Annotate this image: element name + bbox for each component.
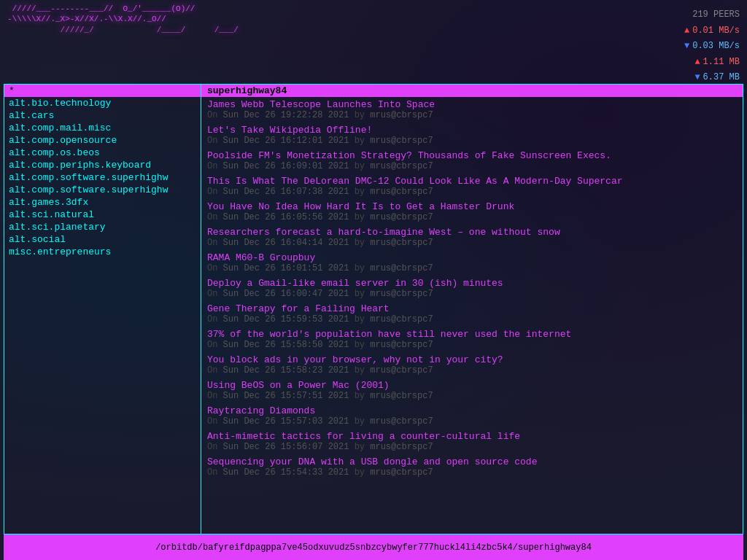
post-meta-2: On Sun Dec 26 16:09:01 2021 by mrus@cbrs… [201,161,743,174]
main-panel: * alt.bio.technologyalt.carsalt.comp.mai… [4,84,743,534]
sidebar-item-3[interactable]: alt.comp.opensource [4,134,201,147]
post-title-5[interactable]: Researchers forecast a hard-to-imagine W… [201,225,743,238]
post-meta-13: On Sun Dec 26 15:56:07 2021 by mrus@cbrs… [201,442,743,454]
upload-total-row: ▲ 1.11 MB [623,55,740,71]
arrow-down-total-icon: ▼ [694,70,700,86]
post-title-0[interactable]: James Webb Telescope Launches Into Space [201,97,743,110]
post-meta-4: On Sun Dec 26 16:05:56 2021 by mrus@cbrs… [201,212,743,225]
channel-header[interactable]: superhighway84 [201,85,743,97]
post-meta-8: On Sun Dec 26 15:59:53 2021 by mrus@cbrs… [201,314,743,327]
post-meta-1: On Sun Dec 26 16:12:01 2021 by mrus@cbrs… [201,136,743,148]
sidebar-item-7[interactable]: alt.comp.software.superhighw [4,184,201,196]
sidebar-item-11[interactable]: alt.social [4,233,201,246]
post-meta-3: On Sun Dec 26 16:07:38 2021 by mrus@cbrs… [201,187,743,199]
sidebar-item-1[interactable]: alt.cars [4,109,201,122]
sidebar-item-6[interactable]: alt.comp.software.superhighw [4,171,201,184]
post-title-12[interactable]: Raytracing Diamonds [201,403,743,416]
upload-total: 1.11 MB [703,55,740,71]
sidebar-item-4[interactable]: alt.comp.os.beos [4,147,201,159]
post-title-14[interactable]: Sequencing your DNA with a USB dongle an… [201,454,743,467]
download-total-row: ▼ 6.37 MB [623,70,740,86]
post-title-1[interactable]: Let's Take Wikipedia Offline! [201,122,743,136]
peers-row: 219 PEERS [623,7,740,23]
arrow-up-total-icon: ▲ [694,55,700,71]
post-meta-0: On Sun Dec 26 19:22:28 2021 by mrus@cbrs… [201,110,743,122]
sidebar-item-10[interactable]: alt.sci.planetary [4,221,201,233]
post-title-8[interactable]: Gene Therapy for a Failing Heart [201,301,743,314]
post-title-3[interactable]: This Is What The DeLorean DMC-12 Could L… [201,174,743,187]
sidebar: * alt.bio.technologyalt.carsalt.comp.mai… [4,85,201,534]
header: /////___--------___// O_/'______(O)// -\… [0,0,747,84]
post-meta-11: On Sun Dec 26 15:57:51 2021 by mrus@cbrs… [201,391,743,403]
post-title-11[interactable]: Using BeOS on a Power Mac (2001) [201,378,743,391]
post-meta-14: On Sun Dec 26 15:54:33 2021 by mrus@cbrs… [201,467,743,480]
post-meta-9: On Sun Dec 26 15:58:50 2021 by mrus@cbrs… [201,340,743,352]
sidebar-item-0[interactable]: alt.bio.technology [4,97,201,109]
post-meta-6: On Sun Dec 26 16:01:51 2021 by mrus@cbrs… [201,263,743,276]
post-title-10[interactable]: You block ads in your browser, why not i… [201,352,743,365]
upload-speed-row: ▲ 0.01 MB/s [623,23,740,39]
sidebar-item-9[interactable]: alt.sci.natural [4,209,201,221]
sidebar-item-selected[interactable]: * [4,85,201,97]
post-meta-5: On Sun Dec 26 16:04:14 2021 by mrus@cbrs… [201,238,743,250]
stats-panel: 219 PEERS ▲ 0.01 MB/s ▼ 0.03 MB/s ▲ 1.11… [623,4,740,86]
post-title-4[interactable]: You Have No Idea How Hard It Is to Get a… [201,199,743,212]
post-meta-7: On Sun Dec 26 16:00:47 2021 by mrus@cbrs… [201,289,743,301]
sidebar-item-8[interactable]: alt.games.3dfx [4,196,201,209]
sidebar-item-5[interactable]: alt.comp.periphs.keyboard [4,159,201,171]
footer-path: /orbitdb/bafyreifdpagppa7ve45odxuvudz5sn… [155,542,592,553]
posts-list: James Webb Telescope Launches Into Space… [201,97,743,480]
post-meta-10: On Sun Dec 26 15:58:23 2021 by mrus@cbrs… [201,365,743,378]
sidebar-items-list: alt.bio.technologyalt.carsalt.comp.mail.… [4,97,201,258]
sidebar-item-2[interactable]: alt.comp.mail.misc [4,122,201,134]
arrow-down-icon: ▼ [684,39,689,55]
post-title-6[interactable]: RAMA M60-B Groupbuy [201,250,743,263]
post-title-2[interactable]: Poolside FM's Monetization Strategy? Tho… [201,148,743,161]
content-panel: superhighway84 James Webb Telescope Laun… [201,85,743,534]
download-total: 6.37 MB [703,70,740,86]
post-title-7[interactable]: Deploy a Gmail-like email server in 30 (… [201,276,743,289]
upload-speed: 0.01 MB/s [692,23,740,39]
download-speed: 0.03 MB/s [692,39,740,55]
download-speed-row: ▼ 0.03 MB/s [623,39,740,55]
post-meta-12: On Sun Dec 26 15:57:03 2021 by mrus@cbrs… [201,416,743,429]
sidebar-item-12[interactable]: misc.entrepreneurs [4,246,201,258]
arrow-up-icon: ▲ [684,23,689,39]
post-title-9[interactable]: 37% of the world's population have still… [201,327,743,340]
footer: /orbitdb/bafyreifdpagppa7ve45odxuvudz5sn… [4,534,743,560]
post-title-13[interactable]: Anti-mimetic tactics for living a counte… [201,429,743,442]
peers-label: 219 PEERS [692,7,740,23]
